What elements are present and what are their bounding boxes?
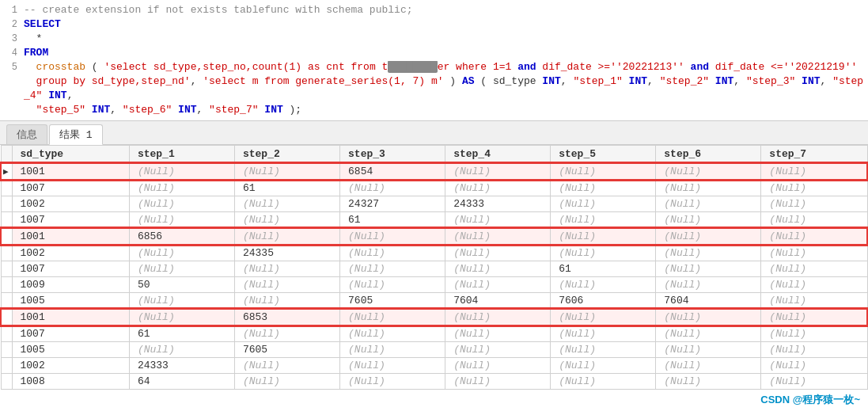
table-cell: (Null)	[761, 309, 867, 326]
row-indicator	[1, 196, 12, 212]
table-cell: (Null)	[551, 196, 656, 212]
code-line-3: 3 *	[0, 32, 868, 46]
table-cell: (Null)	[340, 309, 445, 326]
table-cell: (Null)	[656, 163, 761, 180]
row-indicator	[1, 228, 12, 245]
tab-result1[interactable]: 结果 1	[49, 124, 103, 145]
table-cell: (Null)	[761, 212, 867, 229]
table-cell: (Null)	[340, 277, 445, 293]
table-cell: 61	[234, 180, 339, 196]
table-cell: (Null)	[656, 180, 761, 196]
table-cell: 1007	[12, 326, 129, 342]
table-cell: (Null)	[445, 309, 551, 326]
table-cell: (Null)	[761, 163, 867, 180]
table-cell: (Null)	[761, 374, 867, 390]
table-cell: (Null)	[445, 212, 551, 229]
table-cell: (Null)	[234, 228, 339, 245]
result-table: sd_type step_1 step_2 step_3 step_4 step…	[0, 145, 868, 390]
table-cell: (Null)	[551, 212, 656, 229]
table-cell: (Null)	[656, 196, 761, 212]
tabs-bar: 信息 结果 1	[0, 121, 868, 145]
table-cell: (Null)	[234, 261, 339, 277]
table-cell: (Null)	[551, 228, 656, 245]
table-cell: 1002	[12, 358, 129, 374]
table-row: 100761(Null)(Null)(Null)(Null)(Null)(Nul…	[1, 326, 867, 342]
row-indicator	[1, 293, 12, 310]
result-table-container: sd_type step_1 step_2 step_3 step_4 step…	[0, 145, 868, 390]
table-row: 1007(Null)(Null)(Null)(Null)61(Null)(Nul…	[1, 261, 867, 277]
table-cell: 1008	[12, 374, 129, 390]
table-cell: 6854	[340, 163, 445, 180]
table-cell: (Null)	[234, 277, 339, 293]
table-cell: (Null)	[761, 277, 867, 293]
table-cell: (Null)	[656, 245, 761, 261]
table-cell: (Null)	[761, 245, 867, 261]
watermark: CSDN @程序猿一枚~	[760, 393, 860, 407]
table-cell: (Null)	[656, 342, 761, 358]
table-cell: (Null)	[129, 245, 234, 261]
table-cell: (Null)	[445, 245, 551, 261]
table-cell: (Null)	[129, 163, 234, 180]
table-row: 1002(Null)(Null)2432724333(Null)(Null)(N…	[1, 196, 867, 212]
col-step6: step_6	[656, 146, 761, 164]
table-cell: (Null)	[761, 196, 867, 212]
row-indicator	[1, 212, 12, 229]
table-cell: (Null)	[761, 261, 867, 277]
code-line-6: group by sd_type,step_nd', 'select m fro…	[0, 74, 868, 103]
table-cell: (Null)	[129, 180, 234, 196]
table-cell: 24335	[234, 245, 339, 261]
table-cell: (Null)	[656, 326, 761, 342]
row-indicator	[1, 326, 12, 342]
table-cell: (Null)	[234, 374, 339, 390]
table-cell: 1007	[12, 261, 129, 277]
row-indicator	[1, 245, 12, 261]
table-cell: (Null)	[551, 163, 656, 180]
table-cell: 1009	[12, 277, 129, 293]
table-cell: (Null)	[340, 342, 445, 358]
col-indicator	[1, 146, 12, 164]
code-editor: 1 -- create extension if not exists tabl…	[0, 0, 868, 121]
table-cell: 1001	[12, 228, 129, 245]
table-cell: (Null)	[656, 261, 761, 277]
table-cell: 1002	[12, 196, 129, 212]
table-cell: (Null)	[551, 326, 656, 342]
col-step2: step_2	[234, 146, 339, 164]
table-cell: 24333	[445, 196, 551, 212]
table-row: 1007(Null)61(Null)(Null)(Null)(Null)(Nul…	[1, 180, 867, 196]
table-cell: 6856	[129, 228, 234, 245]
row-indicator	[1, 180, 12, 196]
row-indicator	[1, 309, 12, 326]
row-indicator	[1, 374, 12, 390]
table-cell: (Null)	[340, 374, 445, 390]
table-cell: (Null)	[551, 309, 656, 326]
table-cell: (Null)	[234, 326, 339, 342]
tab-info[interactable]: 信息	[6, 124, 47, 144]
table-cell: (Null)	[551, 342, 656, 358]
table-cell: (Null)	[129, 309, 234, 326]
table-cell: (Null)	[551, 245, 656, 261]
table-cell: 24333	[129, 358, 234, 374]
table-cell: (Null)	[129, 342, 234, 358]
table-cell: (Null)	[445, 326, 551, 342]
table-cell: (Null)	[551, 277, 656, 293]
table-cell: (Null)	[340, 228, 445, 245]
table-cell: (Null)	[445, 228, 551, 245]
table-cell: (Null)	[656, 374, 761, 390]
table-cell: 1005	[12, 293, 129, 310]
col-step1: step_1	[129, 146, 234, 164]
table-cell: (Null)	[445, 342, 551, 358]
table-cell: (Null)	[234, 163, 339, 180]
table-cell: (Null)	[445, 261, 551, 277]
table-cell: 7606	[551, 293, 656, 310]
table-cell: 1001	[12, 163, 129, 180]
table-cell: 61	[340, 212, 445, 229]
table-cell: (Null)	[656, 212, 761, 229]
table-cell: (Null)	[340, 245, 445, 261]
code-line-4: 4 FROM	[0, 46, 868, 60]
table-cell: (Null)	[445, 277, 551, 293]
table-cell: 1002	[12, 245, 129, 261]
col-sd-type: sd_type	[12, 146, 129, 164]
col-step7: step_7	[761, 146, 867, 164]
table-cell: 1007	[12, 180, 129, 196]
table-cell: (Null)	[551, 180, 656, 196]
